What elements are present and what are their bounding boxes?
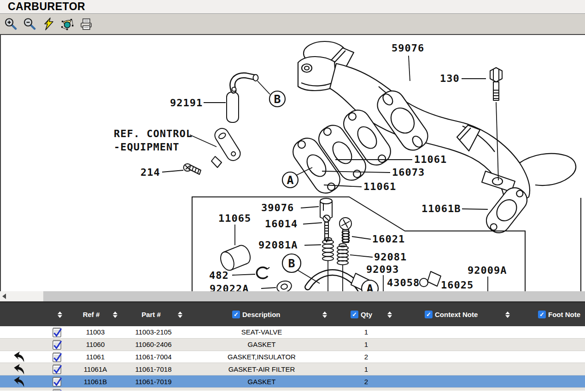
- checkbox-checked-icon: [351, 311, 358, 318]
- lightning-icon: [42, 17, 55, 30]
- qty-cell: 1: [354, 326, 379, 338]
- qty-cell: 1: [354, 363, 379, 375]
- parts-diagram-canvas[interactable]: B A B A 59076 130 92191 REF. CONTROL -EQ…: [1, 35, 585, 291]
- part-label-92093[interactable]: 92093: [366, 264, 399, 275]
- qty-checkbox[interactable]: [351, 303, 358, 326]
- desc-cell: SEAT-VALVE: [197, 326, 326, 338]
- ref-cell: 11003: [68, 326, 123, 338]
- sort-context-column[interactable]: [505, 303, 510, 326]
- sort-icon-column[interactable]: [58, 303, 62, 326]
- desc-cell: GASKET: [197, 375, 326, 387]
- qty-cell: 2: [354, 375, 379, 387]
- table-row[interactable]: 11003 11003-2105 SEAT-VALVE 1: [0, 326, 585, 339]
- horizontal-scrollbar[interactable]: [0, 291, 585, 301]
- column-header-part[interactable]: Part #: [136, 303, 166, 326]
- table-row[interactable]: 11060 11060-2406 GASKET 1: [0, 339, 585, 351]
- column-header-qty[interactable]: Qty: [361, 303, 372, 326]
- locate-in-diagram-arrow-icon[interactable]: [11, 375, 28, 387]
- table-row[interactable]: 11061A 11061-7018 GASKET-AIR FILTER 1: [0, 363, 585, 375]
- printer-icon: [80, 17, 93, 30]
- callout-letter: A: [287, 173, 293, 187]
- part-label-92081[interactable]: 92081: [374, 251, 407, 263]
- sort-arrows-icon[interactable]: [387, 311, 392, 318]
- part-label-92081A[interactable]: 92081A: [258, 239, 298, 251]
- scroll-left-arrow-icon: [2, 294, 6, 299]
- description-checkbox[interactable]: [232, 303, 240, 326]
- part-label-11061B[interactable]: 11061B: [421, 203, 461, 214]
- column-header-ref[interactable]: Ref #: [77, 303, 105, 326]
- checkbox-checked-icon: [232, 311, 240, 318]
- scroll-left-button[interactable]: [0, 291, 8, 301]
- zoom-out-icon: [23, 17, 36, 30]
- table-row-selected[interactable]: 11061B 11061-7019 GASKET 2: [0, 375, 585, 388]
- sort-part-column[interactable]: [178, 303, 182, 326]
- part-label-482[interactable]: 482: [209, 270, 229, 281]
- page-title: CARBURETOR: [8, 0, 85, 13]
- callout-letter: A: [366, 282, 373, 291]
- part-label-11061-a[interactable]: 11061: [414, 154, 447, 165]
- context-note-checkbox[interactable]: [425, 303, 433, 326]
- column-header-context-note[interactable]: Context Note: [435, 303, 478, 326]
- sort-arrows-icon[interactable]: [505, 311, 510, 318]
- sort-arrows-icon[interactable]: [58, 311, 62, 318]
- column-header-description[interactable]: Description: [242, 303, 281, 326]
- zoom-out-button[interactable]: [23, 17, 36, 31]
- qty-cell: [354, 388, 379, 391]
- equipment-label: -EQUIPMENT: [114, 141, 179, 153]
- part-label-92022A[interactable]: 92022A: [210, 283, 249, 291]
- sort-arrows-icon[interactable]: [113, 311, 117, 318]
- qty-cell: 2: [354, 351, 379, 363]
- part-label-59076[interactable]: 59076: [392, 42, 424, 54]
- locate-in-diagram-arrow-icon[interactable]: [11, 351, 28, 363]
- sort-qty-column[interactable]: [387, 303, 392, 326]
- foot-note-checkbox[interactable]: [538, 303, 546, 326]
- parts-table-body: 11003 11003-2105 SEAT-VALVE 1 11060 1106…: [0, 326, 585, 391]
- part-label-16073[interactable]: 16073: [392, 167, 425, 178]
- checkbox-checked-icon: [425, 311, 433, 318]
- part-label-92191[interactable]: 92191: [170, 97, 203, 109]
- part-label-39076[interactable]: 39076: [261, 202, 294, 213]
- part-label-16014[interactable]: 16014: [265, 218, 298, 230]
- part-label-16021[interactable]: 16021: [372, 233, 405, 245]
- edit-note-icon[interactable]: [50, 363, 64, 375]
- sort-description-column[interactable]: [322, 303, 327, 326]
- part-label-11065[interactable]: 11065: [218, 213, 251, 224]
- part-label-11061-b[interactable]: 11061: [363, 181, 396, 192]
- callout-letter: B: [274, 92, 281, 106]
- part-label-214[interactable]: 214: [140, 167, 160, 178]
- part-cell: 11061-7018: [121, 363, 186, 375]
- part-label-16025[interactable]: 16025: [441, 279, 474, 291]
- locate-in-diagram-arrow-icon[interactable]: [11, 363, 28, 375]
- ref-cell: [68, 388, 123, 391]
- hotspot-select-button[interactable]: [60, 17, 74, 31]
- part-label-130[interactable]: 130: [440, 73, 460, 84]
- edit-note-icon[interactable]: [50, 326, 64, 338]
- desc-cell: [197, 388, 326, 391]
- hardware-drawings: [184, 68, 503, 291]
- edit-note-icon[interactable]: [50, 351, 64, 363]
- edit-note-icon[interactable]: [50, 339, 64, 351]
- zoom-in-button[interactable]: [4, 17, 18, 31]
- table-row[interactable]: 11061 11061-7004 GASKET,INSULATOR 2: [0, 351, 585, 363]
- qty-cell: 1: [354, 339, 379, 351]
- table-row[interactable]: [0, 388, 585, 391]
- edit-note-icon[interactable]: [50, 375, 64, 387]
- part-label-43058[interactable]: 43058: [387, 277, 420, 288]
- sort-ref-column[interactable]: [113, 303, 117, 326]
- desc-cell: GASKET: [197, 339, 326, 351]
- sort-arrows-icon[interactable]: [322, 311, 327, 318]
- column-header-foot-note[interactable]: Foot Note: [548, 303, 580, 326]
- print-button[interactable]: [79, 17, 93, 31]
- part-label-92009A[interactable]: 92009A: [468, 265, 507, 276]
- parts-diagram: B A B A 59076 130 92191 REF. CONTROL -EQ…: [0, 35, 585, 291]
- checkbox-checked-icon: [538, 311, 546, 318]
- scrollbar-thumb[interactable]: [43, 291, 585, 301]
- title-bar: CARBURETOR: [0, 0, 585, 14]
- flash-highlight-button[interactable]: [41, 17, 55, 31]
- ref-cell: 11061: [68, 351, 123, 363]
- edit-note-icon[interactable]: [50, 388, 64, 391]
- ref-control-label: REF. CONTROL: [114, 128, 193, 139]
- part-cell: 11061-7004: [121, 351, 186, 363]
- callout-letter: B: [288, 257, 295, 270]
- sort-arrows-icon[interactable]: [178, 311, 182, 318]
